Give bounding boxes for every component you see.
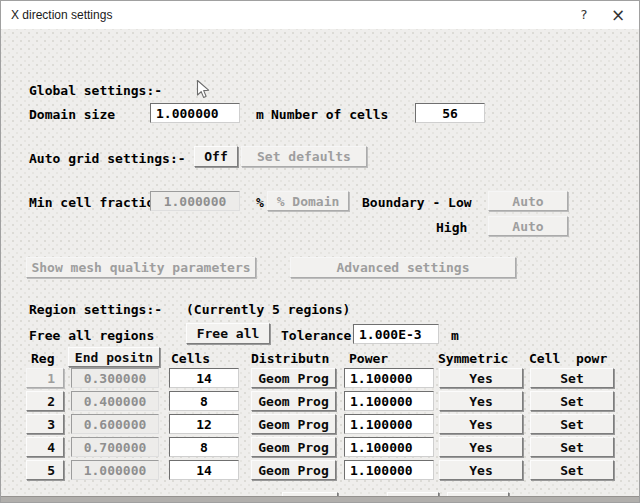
region-4-symmetric-button[interactable]: Yes [439, 437, 523, 457]
tolerance-label: Tolerance [281, 328, 351, 343]
currently-regions-label: (Currently 5 regions) [186, 302, 350, 317]
region-5-distribution-button[interactable]: Geom Prog [251, 460, 336, 480]
domain-size-unit-label: m [256, 107, 264, 122]
region-1-symmetric-button[interactable]: Yes [439, 368, 523, 388]
free-all-regions-label: Free all regions [29, 328, 154, 343]
region-4-select-button[interactable]: 4 [26, 437, 64, 457]
tolerance-unit-label: m [451, 328, 459, 343]
region-5-cells-field[interactable] [169, 460, 239, 480]
region-2-cell-power-button[interactable]: Set [530, 391, 614, 411]
min-cell-unit-label: % [256, 195, 264, 210]
dialog-x-direction-settings: X direction settings ? × Global settings… [0, 0, 640, 503]
close-icon[interactable]: × [603, 1, 633, 29]
region-1-end-position-field [71, 368, 159, 388]
min-cell-fraction-field [150, 191, 240, 211]
region-4-end-position-field [71, 437, 159, 457]
percent-domain-button: % Domain [267, 191, 349, 211]
boundary-high-auto-button: Auto [488, 216, 568, 236]
min-cell-fraction-label: Min cell fraction [29, 195, 162, 210]
region-5-symmetric-button[interactable]: Yes [439, 460, 523, 480]
show-mesh-quality-button: Show mesh quality parameters [26, 257, 256, 278]
region-5-select-button[interactable]: 5 [26, 460, 64, 480]
region-2-distribution-button[interactable]: Geom Prog [251, 391, 336, 411]
region-1-cell-power-button[interactable]: Set [530, 368, 614, 388]
region-4-power-field[interactable] [344, 437, 434, 457]
region-3-symmetric-button[interactable]: Yes [439, 414, 523, 434]
dialog-body: Global settings:- Domain size m Number o… [1, 29, 639, 496]
region-3-cells-field[interactable] [169, 414, 239, 434]
boundary-high-label: High [436, 220, 467, 235]
window-title: X direction settings [11, 8, 112, 22]
number-of-cells-label: Number of cells [271, 107, 388, 122]
auto-grid-off-button[interactable]: Off [194, 146, 238, 167]
region-1-power-field[interactable] [344, 368, 434, 388]
region-5-end-position-field [71, 460, 159, 480]
header-distribution: Distributn [251, 351, 329, 366]
region-1-distribution-button[interactable]: Geom Prog [251, 368, 336, 388]
global-settings-heading: Global settings:- [29, 83, 162, 98]
header-symmetric: Symmetric [438, 351, 508, 366]
region-5-cell-power-button[interactable]: Set [530, 460, 614, 480]
titlebar[interactable]: X direction settings ? × [1, 1, 639, 30]
number-of-cells-field[interactable] [415, 103, 485, 123]
set-defaults-button: Set defaults [241, 146, 367, 167]
region-4-distribution-button[interactable]: Geom Prog [251, 437, 336, 457]
header-power: Power [349, 351, 388, 366]
region-3-select-button[interactable]: 3 [26, 414, 64, 434]
domain-size-field[interactable] [150, 103, 240, 123]
region-2-end-position-field [71, 391, 159, 411]
help-button[interactable]: ? [569, 1, 599, 29]
region-4-cell-power-button[interactable]: Set [530, 437, 614, 457]
region-3-distribution-button[interactable]: Geom Prog [251, 414, 336, 434]
region-5-power-field[interactable] [344, 460, 434, 480]
region-2-select-button[interactable]: 2 [26, 391, 64, 411]
header-cells: Cells [171, 351, 210, 366]
region-settings-heading: Region settings:- [29, 302, 162, 317]
free-all-button[interactable]: Free all [186, 323, 270, 344]
boundary-low-label: Boundary - Low [362, 195, 472, 210]
mouse-cursor-icon [196, 79, 210, 104]
tolerance-field[interactable] [353, 324, 439, 344]
region-2-symmetric-button[interactable]: Yes [439, 391, 523, 411]
region-4-cells-field[interactable] [169, 437, 239, 457]
region-2-power-field[interactable] [344, 391, 434, 411]
region-3-end-position-field [71, 414, 159, 434]
region-3-cell-power-button[interactable]: Set [530, 414, 614, 434]
region-1-cells-field[interactable] [169, 368, 239, 388]
auto-grid-heading: Auto grid settings:- [29, 151, 186, 166]
region-3-power-field[interactable] [344, 414, 434, 434]
region-1-select-button: 1 [26, 368, 64, 388]
boundary-low-auto-button: Auto [488, 191, 568, 211]
header-cell-power: Cell powr [529, 351, 607, 366]
domain-size-label: Domain size [29, 107, 115, 122]
header-reg: Reg [31, 351, 54, 366]
region-2-cells-field[interactable] [169, 391, 239, 411]
end-position-header-button[interactable]: End positn [68, 347, 160, 367]
bottom-edge [1, 496, 639, 503]
advanced-settings-button: Advanced settings [290, 257, 516, 278]
